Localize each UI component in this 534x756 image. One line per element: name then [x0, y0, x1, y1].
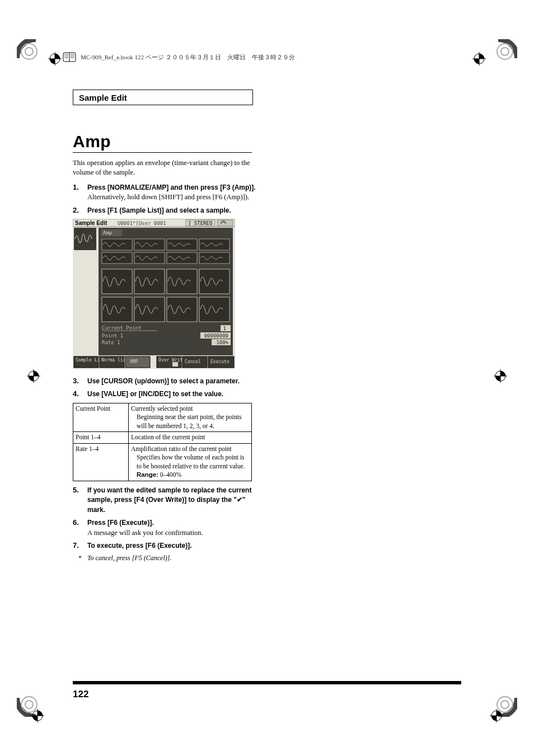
section-title: Sample Edit — [79, 93, 127, 102]
svg-rect-43 — [102, 269, 132, 294]
lcd-r1-label: Rate 1 — [102, 340, 120, 345]
table-row: Rate 1–4 Amplification ratio of the curr… — [73, 443, 252, 481]
svg-rect-41 — [167, 252, 197, 264]
lcd-f6: Execute — [210, 359, 229, 364]
registration-mark-icon — [490, 709, 503, 722]
registration-mark-icon — [31, 709, 44, 722]
registration-mark-icon — [27, 369, 40, 383]
step-number: 1. — [73, 183, 87, 203]
footnote-marker: * — [73, 554, 87, 562]
svg-point-7 — [501, 701, 509, 708]
step-bold: Use [CURSOR (up/down)] to select a param… — [87, 377, 263, 386]
table-row: Point 1–4 Location of the current point — [73, 432, 252, 444]
param-name: Point 1–4 — [73, 432, 129, 444]
svg-rect-45 — [167, 269, 197, 294]
svg-point-1 — [25, 48, 33, 55]
svg-rect-46 — [199, 269, 229, 294]
svg-rect-36 — [134, 239, 165, 250]
step-item: 7. To execute, press [F6 (Execute)]. — [73, 541, 263, 551]
lcd-p1-val: 00000000 — [204, 333, 228, 339]
lcd-screenshot: Sample Edit U0001*[User 0001 ] STEREO Am… — [73, 219, 465, 371]
step-number: 6. — [73, 518, 87, 538]
step-bold: Press [NORMALIZE/AMP] and then press [F3… — [87, 183, 263, 192]
print-header-text: MC-909_Ref_e.book 122 ページ ２００５年３月１日 火曜日 … — [81, 53, 295, 62]
heading-rule — [73, 152, 252, 153]
crop-mark-icon — [493, 39, 517, 64]
lcd-p1-label: Point 1 — [102, 333, 123, 339]
svg-rect-38 — [199, 239, 229, 250]
page-heading: Amp — [73, 132, 465, 151]
step-number: 2. — [73, 206, 87, 215]
svg-rect-35 — [102, 239, 132, 250]
step-number: 5. — [73, 486, 87, 515]
crop-mark-icon — [17, 39, 41, 64]
svg-point-2 — [497, 44, 513, 59]
svg-point-3 — [501, 48, 509, 55]
svg-rect-48 — [134, 297, 165, 322]
lcd-sample-id: U0001*[User 0001 — [118, 220, 166, 226]
parameter-table: Current Point Currently selected point B… — [73, 403, 252, 481]
lcd-cp-label: Current Point — [102, 325, 141, 331]
param-desc: Currently selected point Beginning near … — [129, 403, 252, 432]
step-item: 2. Press [F1 (Sample List)] and select a… — [73, 206, 263, 215]
registration-mark-icon — [48, 52, 62, 65]
param-desc: Location of the current point — [129, 432, 252, 444]
section-title-box: Sample Edit — [73, 90, 253, 105]
step-plain: Alternatively, hold down [SHIFT] and pre… — [87, 192, 263, 203]
registration-mark-icon — [472, 52, 486, 65]
svg-rect-59 — [172, 362, 178, 367]
param-name: Rate 1–4 — [73, 443, 129, 481]
step-item: 3. Use [CURSOR (up/down)] to select a pa… — [73, 377, 263, 386]
lcd-r1-val: 100% — [216, 340, 228, 345]
lcd-panel-title: Amp — [103, 230, 112, 236]
svg-rect-50 — [199, 297, 229, 322]
svg-rect-49 — [167, 297, 197, 322]
param-desc: Amplification ratio of the current point… — [129, 443, 252, 481]
step-plain: A message will ask you for confirmation. — [87, 528, 263, 538]
lcd-f4: Over Write — [158, 358, 185, 363]
step-bold: Press [F6 (Execute)]. — [87, 518, 263, 528]
lcd-f5: Cancel — [185, 359, 201, 364]
param-name: Current Point — [73, 403, 129, 432]
svg-rect-47 — [102, 297, 132, 322]
lcd-f2: Norma lize — [101, 358, 128, 363]
svg-rect-44 — [134, 269, 165, 294]
step-item: 5. If you want the edited sample to repl… — [73, 486, 263, 515]
print-header: MC-909_Ref_e.book 122 ページ ２００５年３月１日 火曜日 … — [63, 49, 471, 65]
step-number: 3. — [73, 377, 87, 386]
svg-rect-40 — [134, 252, 165, 264]
svg-point-5 — [25, 701, 33, 708]
step-bold: Press [F1 (Sample List)] and select a sa… — [87, 206, 263, 215]
step-number: 4. — [73, 389, 87, 399]
step-bold: Use [VALUE] or [INC/DEC] to set the valu… — [87, 389, 263, 399]
lcd-stereo: ] STEREO — [188, 220, 212, 226]
svg-point-0 — [21, 44, 37, 59]
footnote: * To cancel, press [F5 (Cancel)]. — [73, 554, 263, 562]
lcd-cp-val: 1 — [223, 326, 226, 331]
step-item: 1. Press [NORMALIZE/AMP] and then press … — [73, 183, 263, 203]
svg-rect-42 — [199, 252, 229, 264]
lcd-f3: AMP — [130, 359, 138, 364]
step-number: 7. — [73, 541, 87, 551]
page-number: 122 — [73, 689, 88, 700]
intro-text: This operation applies an envelope (time… — [73, 158, 257, 177]
footnote-text: To cancel, press [F5 (Cancel)]. — [87, 554, 171, 562]
svg-rect-37 — [167, 239, 197, 250]
svg-rect-39 — [102, 252, 132, 264]
registration-mark-icon — [494, 369, 507, 383]
step-item: 4. Use [VALUE] or [INC/DEC] to set the v… — [73, 389, 263, 399]
book-icon — [63, 51, 77, 63]
table-row: Current Point Currently selected point B… — [73, 403, 252, 432]
step-bold: To execute, press [F6 (Execute)]. — [87, 541, 263, 551]
lcd-title: Sample Edit — [75, 220, 107, 226]
step-item: 6. Press [F6 (Execute)]. A message will … — [73, 518, 263, 538]
step-bold: If you want the edited sample to replace… — [87, 486, 263, 515]
footer-rule — [73, 681, 461, 684]
